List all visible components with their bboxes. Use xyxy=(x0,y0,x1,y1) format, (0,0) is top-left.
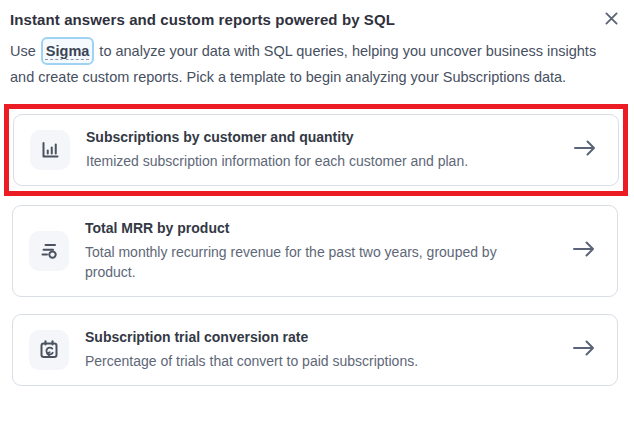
grouped-list-icon xyxy=(37,239,61,263)
close-icon xyxy=(605,12,618,25)
template-card-subscriptions-by-customer[interactable]: Subscriptions by customer and quantity I… xyxy=(13,114,619,186)
arrow-right-icon xyxy=(572,138,598,158)
card-title: Total MRR by product xyxy=(85,220,547,236)
arrow-right-icon xyxy=(571,239,597,259)
card-icon-container xyxy=(29,330,69,370)
card-arrow[interactable] xyxy=(571,239,599,263)
card-icon-container xyxy=(29,231,69,271)
annotation-highlight-box: Subscriptions by customer and quantity I… xyxy=(4,104,628,196)
card-description: Percentage of trials that convert to pai… xyxy=(85,351,505,371)
modal-title: Instant answers and custom reports power… xyxy=(10,8,395,28)
card-text: Subscriptions by customer and quantity I… xyxy=(86,129,548,171)
card-title: Subscriptions by customer and quantity xyxy=(86,129,548,145)
arrow-right-icon xyxy=(571,338,597,358)
sigma-templates-modal: Instant answers and custom reports power… xyxy=(0,0,634,438)
card-description: Itemized subscription information for ea… xyxy=(86,151,506,171)
card-icon-container xyxy=(30,130,70,170)
modal-header: Instant answers and custom reports power… xyxy=(10,8,622,29)
card-text: Subscription trial conversion rate Perce… xyxy=(85,329,547,371)
template-card-total-mrr[interactable]: Total MRR by product Total monthly recur… xyxy=(12,205,618,297)
calendar-sync-icon xyxy=(37,338,61,362)
card-arrow[interactable] xyxy=(571,338,599,362)
card-text: Total MRR by product Total monthly recur… xyxy=(85,220,547,282)
card-description: Total monthly recurring revenue for the … xyxy=(85,242,505,282)
description-text-after: to analyze your data with SQL queries, h… xyxy=(10,43,596,85)
sigma-term-tooltip[interactable]: Sigma xyxy=(41,37,95,65)
description-text-before: Use xyxy=(10,43,40,59)
card-arrow[interactable] xyxy=(572,138,600,162)
template-card-trial-conversion[interactable]: Subscription trial conversion rate Perce… xyxy=(12,314,618,386)
close-button[interactable] xyxy=(601,10,622,29)
bar-chart-icon xyxy=(38,138,62,162)
modal-description: Use Sigma to analyze your data with SQL … xyxy=(10,37,610,89)
card-title: Subscription trial conversion rate xyxy=(85,329,547,345)
